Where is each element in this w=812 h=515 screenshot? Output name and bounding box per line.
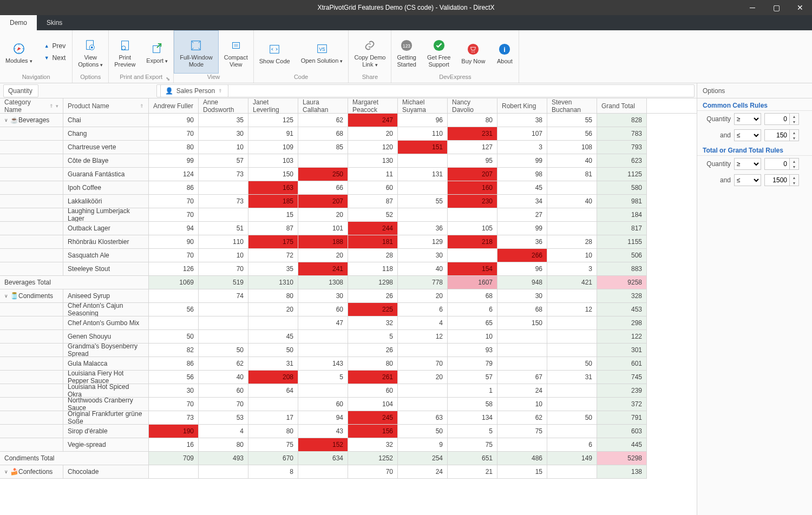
data-cell[interactable]: 82 — [149, 344, 199, 357]
total-cell[interactable]: 149 — [547, 452, 597, 465]
product-cell[interactable]: Chef Anton's Gumbo Mix — [63, 316, 149, 330]
data-cell[interactable]: 10 — [199, 249, 248, 262]
data-cell[interactable]: 64 — [248, 384, 298, 398]
data-cell[interactable]: 110 — [199, 235, 248, 249]
product-cell[interactable]: Outback Lager — [63, 222, 149, 235]
product-cell[interactable]: Gula Malacca — [63, 357, 149, 371]
data-cell[interactable] — [199, 465, 248, 479]
grand-total-cell[interactable]: 601 — [597, 357, 647, 371]
ribbon-export-button[interactable]: Export ▾ — [141, 30, 173, 74]
data-cell[interactable]: 6 — [448, 303, 497, 316]
grand-total-cell[interactable]: 5298 — [597, 452, 647, 465]
data-cell[interactable]: 244 — [348, 222, 398, 235]
expand-icon[interactable]: ∨ — [4, 117, 8, 123]
product-cell[interactable]: Genen Shouyu — [63, 330, 149, 344]
data-cell[interactable]: 47 — [298, 316, 348, 330]
rule-value-input[interactable] — [764, 129, 789, 141]
data-cell[interactable]: 225 — [348, 303, 398, 316]
close-button[interactable]: ✕ — [788, 0, 812, 15]
data-cell[interactable]: 96 — [398, 114, 448, 127]
rule-value-input[interactable] — [764, 113, 789, 125]
category-cell[interactable] — [0, 316, 63, 330]
data-cell[interactable]: 94 — [298, 411, 348, 425]
data-cell[interactable]: 79 — [448, 357, 497, 371]
grand-total-cell[interactable]: 580 — [597, 181, 647, 195]
data-cell[interactable] — [248, 398, 298, 411]
data-cell[interactable]: 10 — [199, 141, 248, 154]
category-cell[interactable] — [0, 411, 63, 425]
data-cell[interactable] — [547, 425, 597, 438]
ribbon-show-code-button[interactable]: Show Code — [254, 30, 296, 74]
data-cell[interactable]: 5 — [448, 425, 497, 438]
data-cell[interactable]: 80 — [448, 114, 497, 127]
product-cell[interactable]: Northwoods Cranberry Sauce — [63, 398, 149, 411]
data-cell[interactable]: 20 — [248, 303, 298, 316]
product-cell[interactable]: Côte de Blaye — [63, 154, 149, 168]
data-cell[interactable]: 125 — [248, 114, 298, 127]
grand-total-cell[interactable]: 239 — [597, 384, 647, 398]
data-cell[interactable] — [199, 303, 248, 316]
data-cell[interactable]: 40 — [547, 195, 597, 208]
spin-up-button[interactable]: ▲ — [790, 130, 798, 135]
data-cell[interactable]: 73 — [199, 195, 248, 208]
ribbon-get-free-support-button[interactable]: Get FreeSupport — [422, 30, 456, 74]
data-cell[interactable]: 118 — [348, 262, 398, 276]
product-cell[interactable]: Louisiana Fiery Hot Pepper Sauce — [63, 371, 149, 384]
column-header[interactable]: Nancy Davolio — [448, 98, 497, 113]
data-cell[interactable] — [199, 330, 248, 344]
data-cell[interactable]: 31 — [248, 357, 298, 371]
group-launcher-button[interactable]: ⬊ — [166, 76, 170, 82]
data-cell[interactable]: 80 — [149, 141, 199, 154]
category-cell[interactable] — [0, 425, 63, 438]
data-cell[interactable] — [497, 357, 547, 371]
grand-total-cell[interactable]: 603 — [597, 425, 647, 438]
data-cell[interactable]: 62 — [298, 114, 348, 127]
data-cell[interactable]: 65 — [448, 316, 497, 330]
data-cell[interactable] — [547, 344, 597, 357]
data-cell[interactable]: 50 — [547, 357, 597, 371]
data-cell[interactable]: 134 — [448, 411, 497, 425]
data-cell[interactable]: 188 — [298, 235, 348, 249]
data-cell[interactable] — [547, 316, 597, 330]
total-cell[interactable]: 1252 — [348, 452, 398, 465]
ribbon-open-solution-button[interactable]: VS Open Solution ▾ — [296, 30, 349, 74]
product-cell[interactable]: Aniseed Syrup — [63, 289, 149, 303]
spin-down-button[interactable]: ▼ — [790, 119, 798, 124]
maximize-button[interactable]: ▢ — [764, 0, 788, 15]
data-cell[interactable]: 160 — [448, 181, 497, 195]
data-cell[interactable]: 60 — [298, 398, 348, 411]
data-cell[interactable]: 62 — [497, 411, 547, 425]
category-cell[interactable] — [0, 168, 63, 181]
data-cell[interactable]: 45 — [248, 330, 298, 344]
expand-icon[interactable]: ∨ — [4, 469, 8, 474]
data-cell[interactable] — [497, 438, 547, 452]
product-cell[interactable]: Steeleye Stout — [63, 262, 149, 276]
category-cell[interactable] — [0, 330, 63, 344]
data-cell[interactable]: 27 — [497, 208, 547, 222]
data-cell[interactable]: 261 — [348, 371, 398, 384]
data-cell[interactable]: 16 — [149, 438, 199, 452]
data-cell[interactable]: 28 — [348, 249, 398, 262]
data-cell[interactable]: 50 — [248, 344, 298, 357]
data-cell[interactable] — [149, 465, 199, 479]
column-field-salesperson[interactable]: 👤 Sales Person ⇑ — [160, 84, 228, 97]
grand-total-cell[interactable]: 1155 — [597, 235, 647, 249]
column-header[interactable]: Margaret Peacock — [348, 98, 398, 113]
data-cell[interactable]: 126 — [149, 262, 199, 276]
category-cell[interactable] — [0, 262, 63, 276]
data-cell[interactable]: 30 — [497, 289, 547, 303]
data-cell[interactable]: 31 — [547, 371, 597, 384]
data-cell[interactable]: 163 — [248, 181, 298, 195]
data-cell[interactable]: 6 — [547, 438, 597, 452]
total-cell[interactable]: 1069 — [149, 276, 199, 289]
data-cell[interactable]: 75 — [248, 438, 298, 452]
product-cell[interactable]: Sasquatch Ale — [63, 249, 149, 262]
data-cell[interactable]: 70 — [348, 465, 398, 479]
ribbon-modules-button[interactable]: Modules ▾ — [0, 30, 38, 74]
data-cell[interactable]: 152 — [298, 438, 348, 452]
ribbon-print-preview-button[interactable]: PrintPreview — [109, 30, 141, 74]
product-cell[interactable]: Grandma's Boysenberry Spread — [63, 344, 149, 357]
data-cell[interactable]: 250 — [298, 168, 348, 181]
data-cell[interactable]: 110 — [398, 127, 448, 141]
rule-operator-select[interactable]: ≤ — [734, 174, 761, 186]
